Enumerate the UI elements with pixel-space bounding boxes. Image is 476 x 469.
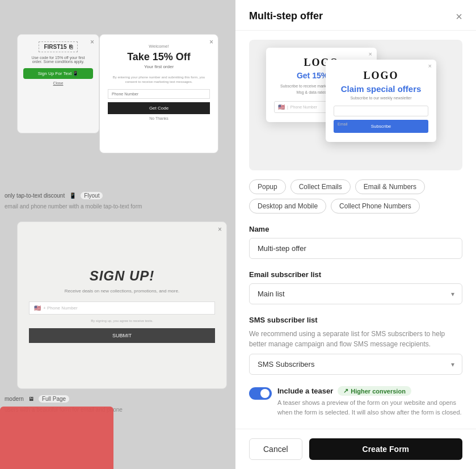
card2-phone-input[interactable]	[108, 89, 210, 99]
teaser-toggle-row: Include a teaser ↗ Higher conversion A t…	[249, 386, 462, 417]
close-icon-2: ×	[209, 38, 213, 46]
get-code-button[interactable]: Get Code	[108, 102, 210, 114]
tag-desktop-mobile: Desktop and Mobile	[249, 199, 326, 213]
panel-close-button[interactable]: ×	[456, 11, 462, 22]
create-form-button[interactable]: Create Form	[309, 438, 462, 460]
preview-flag-icon: 🇺🇸	[278, 104, 285, 110]
flag-icon: 🇺🇸	[34, 305, 41, 311]
tag-email-numbers: Email & Numbers	[355, 179, 425, 194]
email-list-select[interactable]: Main list Other list	[249, 283, 462, 304]
tag-collect-emails: Collect Emails	[290, 179, 351, 194]
card1-text: Use code for 15% off your firstorder. So…	[31, 56, 85, 64]
sms-list-field-group: SMS subscriber list We recommend using a…	[249, 316, 462, 375]
panel-footer: Cancel Create Form	[235, 429, 476, 469]
tag-popup: Popup	[249, 179, 286, 194]
code-text: FIRST15	[44, 44, 66, 50]
name-label: Name	[249, 225, 462, 233]
cancel-button[interactable]: Cancel	[249, 438, 302, 460]
flyout-tag: Flyout	[81, 192, 103, 199]
card2-subtitle: Your first order	[144, 64, 174, 69]
teaser-label-text: Include a teaser	[277, 387, 333, 395]
teaser-label-group: Include a teaser ↗ Higher conversion A t…	[277, 386, 462, 417]
card2-title: Take 15% Off	[127, 51, 191, 63]
bg-card-2: × Welcome! Take 15% Off Your first order…	[99, 34, 218, 153]
bg-card-3: × SIGN UP! Receive deals on new collecti…	[17, 221, 227, 389]
desktop-icon: 🖥	[28, 396, 34, 402]
close-icon: ×	[90, 38, 94, 46]
form-body: Name Email subscriber list Main list Oth…	[235, 225, 476, 429]
signup-title: SIGN UP!	[90, 268, 155, 284]
teaser-toggle[interactable]	[249, 387, 272, 400]
no-thanks-text: No Thanks	[149, 116, 169, 120]
close-link[interactable]: Close	[53, 81, 64, 85]
label-3-text: modern	[5, 396, 24, 402]
bg-card-1: × FIRST15 ⎘ Use code for 15% off your fi…	[17, 34, 99, 133]
name-field-group: Name	[249, 225, 462, 259]
tags-row: Popup Collect Emails Email & Numbers Des…	[235, 179, 476, 213]
name-input[interactable]	[249, 238, 462, 259]
full-page-tag: Full Page	[39, 395, 69, 403]
email-list-field-group: Email subscriber list Main list Other li…	[249, 270, 462, 304]
toggle-slider	[249, 387, 272, 400]
teaser-field-group: Include a teaser ↗ Higher conversion A t…	[249, 386, 462, 417]
mobile-icon: 📱	[69, 192, 76, 199]
email-placeholder-text: Email	[338, 122, 348, 126]
preview-subscribe-button: Subscribe	[334, 120, 428, 133]
preview-area: × LOGO Get 15% OFF Subscribe to receive …	[249, 40, 462, 170]
close-icon-3: ×	[218, 225, 222, 233]
email-list-label: Email subscriber list	[249, 270, 462, 279]
preview-close-1: ×	[369, 51, 372, 57]
preview-newsletter: Subscribe to our weekly newsletter	[350, 96, 411, 100]
conversion-badge-icon: ↗	[343, 387, 348, 395]
sign-up-text-button[interactable]: Sign Up For Text 📱	[23, 68, 93, 79]
sms-list-select-wrapper: SMS Subscribers Main list ▾	[249, 354, 462, 375]
teaser-description: A teaser shows a preview of the form on …	[277, 398, 462, 417]
signup-desc: Receive deals on new collections, promot…	[65, 288, 179, 294]
preview-close-2: ×	[428, 62, 432, 69]
bottom-red-card	[0, 407, 113, 469]
sms-list-label: SMS subscriber list	[249, 316, 462, 324]
phone-placeholder: + Phone Number	[43, 305, 78, 311]
sms-list-description: We recommend using a separate list for S…	[249, 329, 462, 349]
preview-logo-2: LOGO	[363, 70, 398, 82]
panel: Multi-step offer × × LOGO Get 15% OFF Su…	[235, 0, 476, 469]
conversion-badge-text: Higher conversion	[351, 388, 406, 395]
label-1-text: only tap-to-text discount	[5, 192, 65, 199]
preview-phone-placeholder: Phone Number	[290, 105, 317, 109]
preview-separator: |	[287, 105, 288, 109]
welcome-text: Welcome!	[149, 44, 169, 49]
card2-desc: By entering your phone number and submit…	[108, 75, 210, 85]
copy-icon: ⎘	[69, 44, 73, 50]
background-area: × FIRST15 ⎘ Use code for 15% off your fi…	[0, 0, 235, 469]
panel-header: Multi-step offer ×	[235, 0, 476, 31]
code-badge: FIRST15 ⎘	[39, 41, 77, 52]
preview-popup-step2: × LOGO Claim special offers Subscribe to…	[326, 60, 436, 142]
panel-title: Multi-step offer	[249, 10, 323, 22]
teaser-main-label: Include a teaser ↗ Higher conversion	[277, 386, 462, 396]
tiny-text: By signing up, you agree to receive text…	[91, 319, 153, 323]
preview-claim: Claim special offers	[341, 84, 422, 94]
sms-list-select[interactable]: SMS Subscribers Main list	[249, 354, 462, 375]
submit-button[interactable]: SUBMIT	[29, 328, 215, 343]
tag-collect-phones: Collect Phone Numbers	[331, 199, 420, 213]
label-2-text: email and phone number with a mobile tap…	[5, 203, 142, 210]
email-list-select-wrapper: Main list Other list ▾	[249, 283, 462, 304]
preview-email-input	[334, 106, 428, 116]
phone-row: 🇺🇸 + Phone Number	[29, 302, 215, 315]
conversion-badge: ↗ Higher conversion	[338, 386, 411, 396]
